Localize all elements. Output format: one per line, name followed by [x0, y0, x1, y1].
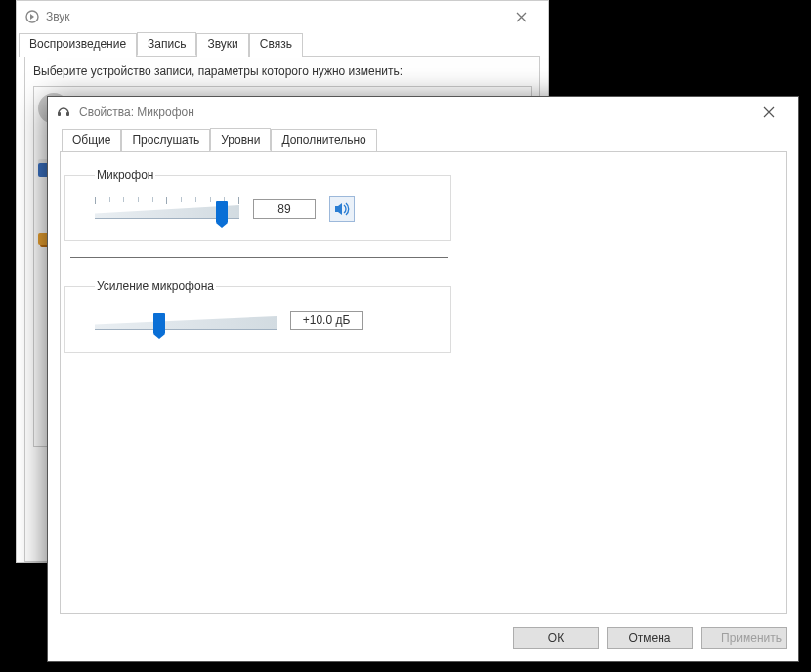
svg-rect-1: [58, 112, 61, 116]
mic-tabs: Общие Прослушать Уровни Дополнительно: [48, 128, 798, 151]
slider-thumb[interactable]: [216, 201, 228, 223]
mic-boost-group-label: Усиление микрофона: [95, 279, 216, 293]
tab-sounds[interactable]: Звуки: [196, 33, 248, 57]
close-button[interactable]: [501, 1, 540, 32]
sound-window-title: Звук: [46, 10, 70, 23]
close-icon: [516, 12, 527, 22]
apply-button[interactable]: Применить: [701, 627, 787, 649]
tab-listen[interactable]: Прослушать: [121, 129, 210, 152]
sound-window-titlebar[interactable]: Звук: [17, 1, 548, 32]
microphone-volume-slider[interactable]: [95, 195, 239, 223]
tab-general[interactable]: Общие: [62, 129, 121, 152]
close-icon: [763, 106, 775, 118]
sound-icon: [24, 9, 40, 24]
speaker-icon: [333, 200, 351, 218]
tab-advanced[interactable]: Дополнительно: [271, 129, 376, 152]
microphone-value: 89: [253, 199, 316, 219]
sound-tabs: Воспроизведение Запись Звуки Связь: [17, 32, 548, 56]
mic-properties-window: Свойства: Микрофон Общие Прослушать Уров…: [47, 96, 799, 662]
mic-boost-value: +10.0 дБ: [290, 311, 363, 330]
tab-recording[interactable]: Запись: [137, 32, 196, 56]
svg-rect-2: [66, 112, 69, 116]
ok-button[interactable]: ОК: [513, 627, 599, 649]
recording-instruction: Выберите устройство записи, параметры ко…: [33, 64, 532, 78]
mic-window-footer: ОК Отмена Применить: [48, 614, 798, 661]
close-button[interactable]: [747, 97, 790, 128]
cancel-button[interactable]: Отмена: [607, 627, 693, 649]
mute-button[interactable]: [329, 196, 355, 222]
slider-thumb[interactable]: [153, 313, 165, 334]
tab-communications[interactable]: Связь: [249, 33, 303, 57]
slider-wedge: [95, 316, 277, 330]
tab-levels[interactable]: Уровни: [210, 128, 271, 151]
microphone-group-label: Микрофон: [95, 168, 155, 182]
levels-tab-body: Микрофон 89: [60, 151, 787, 614]
tab-playback[interactable]: Воспроизведение: [19, 33, 137, 57]
mic-window-titlebar[interactable]: Свойства: Микрофон: [48, 97, 798, 128]
mic-boost-group: Усиление микрофона +10.0 дБ: [64, 279, 451, 353]
mic-window-title: Свойства: Микрофон: [79, 105, 194, 119]
separator: [70, 257, 448, 258]
headset-icon: [56, 105, 71, 120]
mic-boost-slider[interactable]: [95, 307, 277, 334]
microphone-group: Микрофон 89: [64, 168, 451, 241]
